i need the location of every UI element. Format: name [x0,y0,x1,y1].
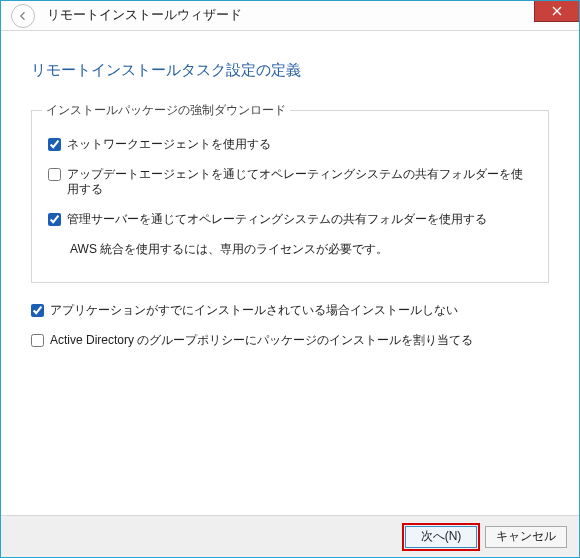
close-icon [552,6,562,16]
aws-note: AWS 統合を使用するには、専用のライセンスが必要です。 [70,241,532,258]
next-button[interactable]: 次へ(N) [405,526,477,548]
window-title: リモートインストールウィザード [47,7,242,24]
checkbox-label[interactable]: アプリケーションがすでにインストールされている場合インストールしない [50,303,458,319]
checkbox-update-agent[interactable] [48,168,61,181]
checkbox-admin-server[interactable] [48,213,61,226]
checkbox-row-skip-installed: アプリケーションがすでにインストールされている場合インストールしない [31,303,549,319]
checkbox-label[interactable]: アップデートエージェントを通じてオペレーティングシステムの共有フォルダーを使用す… [67,167,532,198]
group-title: インストールパッケージの強制ダウンロード [42,102,290,119]
arrow-left-icon [17,10,29,22]
titlebar: リモートインストールウィザード [1,1,579,31]
close-button[interactable] [534,0,580,22]
cancel-button[interactable]: キャンセル [485,526,567,548]
checkbox-skip-installed[interactable] [31,304,44,317]
checkbox-row-ad-gpo: Active Directory のグループポリシーにパッケージのインストールを… [31,333,549,349]
back-button[interactable] [11,4,35,28]
download-group: インストールパッケージの強制ダウンロード ネットワークエージェントを使用する ア… [31,110,549,283]
additional-options: アプリケーションがすでにインストールされている場合インストールしない Activ… [31,303,549,348]
checkbox-label[interactable]: Active Directory のグループポリシーにパッケージのインストールを… [50,333,473,349]
checkbox-row-network-agent: ネットワークエージェントを使用する [48,137,532,153]
footer: 次へ(N) キャンセル [1,515,579,557]
checkbox-ad-gpo[interactable] [31,334,44,347]
checkbox-label[interactable]: ネットワークエージェントを使用する [67,137,271,153]
checkbox-network-agent[interactable] [48,138,61,151]
checkbox-label[interactable]: 管理サーバーを通じてオペレーティングシステムの共有フォルダーを使用する [67,212,487,228]
checkbox-row-admin-server: 管理サーバーを通じてオペレーティングシステムの共有フォルダーを使用する [48,212,532,228]
page-heading: リモートインストールタスク設定の定義 [31,61,549,80]
content-area: リモートインストールタスク設定の定義 インストールパッケージの強制ダウンロード … [1,31,579,349]
checkbox-row-update-agent: アップデートエージェントを通じてオペレーティングシステムの共有フォルダーを使用す… [48,167,532,198]
